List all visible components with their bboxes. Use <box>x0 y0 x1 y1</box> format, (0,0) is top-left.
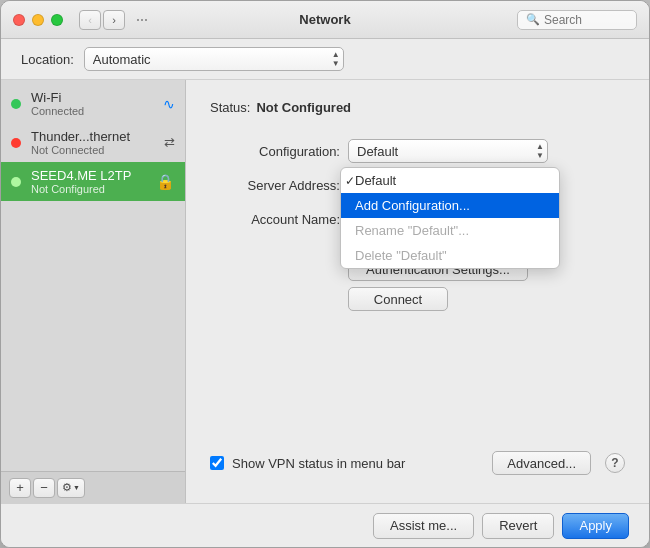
dropdown-delete-label: Delete "Default" <box>355 248 447 263</box>
server-address-label: Server Address: <box>210 178 340 193</box>
search-input[interactable] <box>544 13 628 27</box>
gear-button[interactable]: ⚙ ▼ <box>57 478 85 498</box>
sidebar-item-thunderbolt-status: Not Connected <box>31 144 154 156</box>
show-vpn-checkbox[interactable] <box>210 456 224 470</box>
forward-button[interactable]: › <box>103 10 125 30</box>
main-content: Wi-Fi Connected ∿ Thunder...thernet Not … <box>1 80 649 503</box>
wifi-icon: ∿ <box>163 96 175 112</box>
sidebar-item-seed4-status: Not Configured <box>31 183 146 195</box>
nav-arrows: ‹ › <box>79 10 125 30</box>
window-title: Network <box>299 12 350 27</box>
help-button[interactable]: ? <box>605 453 625 473</box>
ethernet-icon: ⇄ <box>164 135 175 150</box>
dropdown-default-label: Default <box>355 173 396 188</box>
connect-button[interactable]: Connect <box>348 287 448 311</box>
sidebar-item-thunderbolt[interactable]: Thunder...thernet Not Connected ⇄ <box>1 123 185 162</box>
back-button[interactable]: ‹ <box>79 10 101 30</box>
bottom-toolbar: Assist me... Revert Apply <box>1 503 649 547</box>
close-button[interactable] <box>13 14 25 26</box>
maximize-button[interactable] <box>51 14 63 26</box>
dropdown-item-default[interactable]: Default <box>341 168 559 193</box>
dropdown-item-add-config[interactable]: Add Configuration... <box>341 193 559 218</box>
location-label: Location: <box>21 52 74 67</box>
titlebar: ‹ › ⋯ Network 🔍 <box>1 1 649 39</box>
dropdown-rename-label: Rename "Default"... <box>355 223 469 238</box>
apply-button[interactable]: Apply <box>562 513 629 539</box>
sidebar-list: Wi-Fi Connected ∿ Thunder...thernet Not … <box>1 80 185 471</box>
sidebar-item-seed4[interactable]: SEED4.ME L2TP Not Configured 🔒 <box>1 162 185 201</box>
gear-chevron-icon: ▼ <box>73 484 80 491</box>
status-dot-seed4 <box>11 177 21 187</box>
sidebar-item-wifi-text: Wi-Fi Connected <box>31 90 153 117</box>
app-grid-button[interactable]: ⋯ <box>131 10 153 30</box>
gear-icon: ⚙ <box>62 481 72 494</box>
status-row: Status: Not Configured <box>210 100 625 115</box>
location-bar: Location: Automatic ▲ ▼ <box>1 39 649 80</box>
form-grid: Configuration: Default ▲ ▼ Default <box>210 139 625 231</box>
revert-button[interactable]: Revert <box>482 513 554 539</box>
sidebar-toolbar: + − ⚙ ▼ <box>1 471 185 503</box>
configuration-label: Configuration: <box>210 144 340 159</box>
add-network-button[interactable]: + <box>9 478 31 498</box>
configuration-dropdown: Default Add Configuration... Rename "Def… <box>340 167 560 269</box>
search-icon: 🔍 <box>526 13 540 26</box>
main-window: ‹ › ⋯ Network 🔍 Location: Automatic ▲ ▼ <box>0 0 650 548</box>
status-value: Not Configured <box>256 100 351 115</box>
location-select[interactable]: Automatic <box>84 47 344 71</box>
sidebar-item-wifi-status: Connected <box>31 105 153 117</box>
assist-me-button[interactable]: Assist me... <box>373 513 474 539</box>
status-dot-wifi <box>11 99 21 109</box>
show-vpn-row: Show VPN status in menu bar Advanced... … <box>210 451 625 475</box>
remove-network-button[interactable]: − <box>33 478 55 498</box>
right-panel: Status: Not Configured Configuration: De… <box>186 80 649 503</box>
search-box[interactable]: 🔍 <box>517 10 637 30</box>
status-label: Status: <box>210 100 250 115</box>
dropdown-add-config-label: Add Configuration... <box>355 198 470 213</box>
account-name-label: Account Name: <box>210 212 340 227</box>
dropdown-item-delete: Delete "Default" <box>341 243 559 268</box>
lock-icon: 🔒 <box>156 173 175 191</box>
sidebar-item-seed4-text: SEED4.ME L2TP Not Configured <box>31 168 146 195</box>
minimize-button[interactable] <box>32 14 44 26</box>
status-dot-thunderbolt <box>11 138 21 148</box>
configuration-select[interactable]: Default <box>348 139 548 163</box>
traffic-lights <box>13 14 63 26</box>
sidebar-item-seed4-name: SEED4.ME L2TP <box>31 168 146 183</box>
sidebar-item-wifi[interactable]: Wi-Fi Connected ∿ <box>1 84 185 123</box>
sidebar-item-wifi-name: Wi-Fi <box>31 90 153 105</box>
configuration-row: Configuration: Default ▲ ▼ Default <box>210 139 625 163</box>
dropdown-item-rename: Rename "Default"... <box>341 218 559 243</box>
sidebar-item-thunderbolt-text: Thunder...thernet Not Connected <box>31 129 154 156</box>
sidebar-item-thunderbolt-name: Thunder...thernet <box>31 129 154 144</box>
config-select-wrapper: Default ▲ ▼ <box>348 139 548 163</box>
sidebar: Wi-Fi Connected ∿ Thunder...thernet Not … <box>1 80 186 503</box>
show-vpn-label: Show VPN status in menu bar <box>232 456 405 471</box>
location-select-wrapper: Automatic ▲ ▼ <box>84 47 344 71</box>
advanced-button[interactable]: Advanced... <box>492 451 591 475</box>
